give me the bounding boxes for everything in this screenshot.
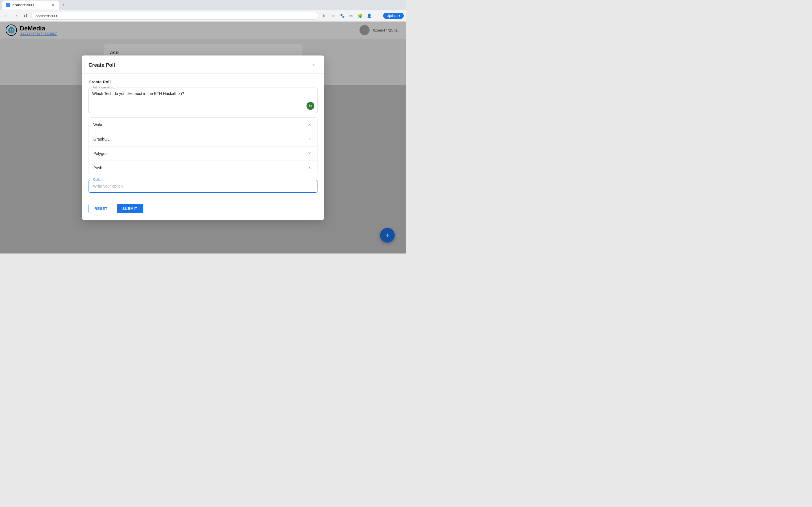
refresh-icon: ↻ bbox=[309, 104, 312, 108]
options-list: Waku × GraphQL × Polygon × Push × bbox=[89, 117, 317, 175]
modal-overlay: Create Poll × Create Poll Ask a question… bbox=[0, 22, 406, 253]
tab-favicon bbox=[6, 3, 10, 7]
option-item-1: Waku × bbox=[89, 118, 317, 132]
option-item-3: Polygon × bbox=[89, 147, 317, 161]
option-label-2: GraphQL bbox=[93, 137, 110, 142]
back-button[interactable]: ← bbox=[2, 12, 10, 20]
option-label-3: Polygon bbox=[93, 151, 108, 156]
new-tab-button[interactable]: + bbox=[60, 1, 68, 9]
puzzle-button[interactable]: 🧩 bbox=[356, 12, 364, 20]
reset-button[interactable]: RESET bbox=[89, 204, 113, 213]
question-textarea[interactable] bbox=[92, 91, 314, 108]
modal-body: Create Poll Ask a question... ↻ Waku × bbox=[82, 74, 324, 204]
page-content: 🌐 DeMedia DEMOCRATIZE THE MEDIA 0x5eb477… bbox=[0, 22, 406, 253]
create-poll-modal: Create Poll × Create Poll Ask a question… bbox=[82, 55, 324, 220]
option-label-1: Waku bbox=[93, 122, 103, 127]
address-bar-row: ← → ↺ localhost:3000 ⬆ ☆ 🐾 ✉ 🧩 👤 ⋮ Updat… bbox=[0, 10, 406, 21]
browser-chrome: localhost:3000 × + ← → ↺ localhost:3000 … bbox=[0, 0, 406, 22]
modal-footer: RESET SUBMIT bbox=[82, 204, 324, 220]
submit-button[interactable]: SUBMIT bbox=[117, 204, 143, 213]
option-remove-button-1[interactable]: × bbox=[306, 122, 313, 128]
question-field-wrapper: Ask a question... ↻ bbox=[89, 88, 317, 113]
forward-button[interactable]: → bbox=[12, 12, 20, 20]
option-remove-button-3[interactable]: × bbox=[306, 151, 313, 157]
refresh-button[interactable]: ↺ bbox=[21, 12, 29, 20]
question-label: Ask a question... bbox=[92, 86, 117, 89]
modal-close-button[interactable]: × bbox=[310, 61, 317, 69]
option-item-4: Push × bbox=[89, 161, 317, 175]
bookmark-button[interactable]: ☆ bbox=[329, 12, 337, 20]
share-button[interactable]: ⬆ bbox=[320, 12, 328, 20]
profile-button[interactable]: 👤 bbox=[365, 12, 373, 20]
menu-button[interactable]: ⋮ bbox=[374, 12, 382, 20]
modal-header: Create Poll × bbox=[82, 55, 324, 74]
option-input-wrapper: Option bbox=[89, 180, 317, 193]
tab-bar: localhost:3000 × + bbox=[0, 0, 406, 10]
browser-actions: ⬆ ☆ 🐾 ✉ 🧩 👤 ⋮ Update ▾ bbox=[320, 12, 404, 20]
question-refresh-button[interactable]: ↻ bbox=[306, 102, 314, 110]
option-item-2: GraphQL × bbox=[89, 132, 317, 147]
option-remove-button-2[interactable]: × bbox=[306, 136, 313, 142]
option-input[interactable] bbox=[93, 184, 313, 188]
tab-close-button[interactable]: × bbox=[51, 3, 55, 7]
update-button[interactable]: Update ▾ bbox=[383, 13, 404, 19]
address-input[interactable]: localhost:3000 bbox=[31, 12, 318, 20]
mail-button[interactable]: ✉ bbox=[347, 12, 355, 20]
extension-button[interactable]: 🐾 bbox=[338, 12, 346, 20]
address-text: localhost:3000 bbox=[35, 14, 58, 18]
option-remove-button-4[interactable]: × bbox=[306, 165, 313, 171]
active-tab[interactable]: localhost:3000 × bbox=[2, 1, 59, 10]
modal-section-title: Create Poll bbox=[89, 79, 317, 84]
modal-title: Create Poll bbox=[89, 62, 115, 68]
option-label-4: Push bbox=[93, 166, 102, 170]
tab-label: localhost:3000 bbox=[12, 3, 34, 7]
option-input-label: Option bbox=[92, 178, 103, 181]
